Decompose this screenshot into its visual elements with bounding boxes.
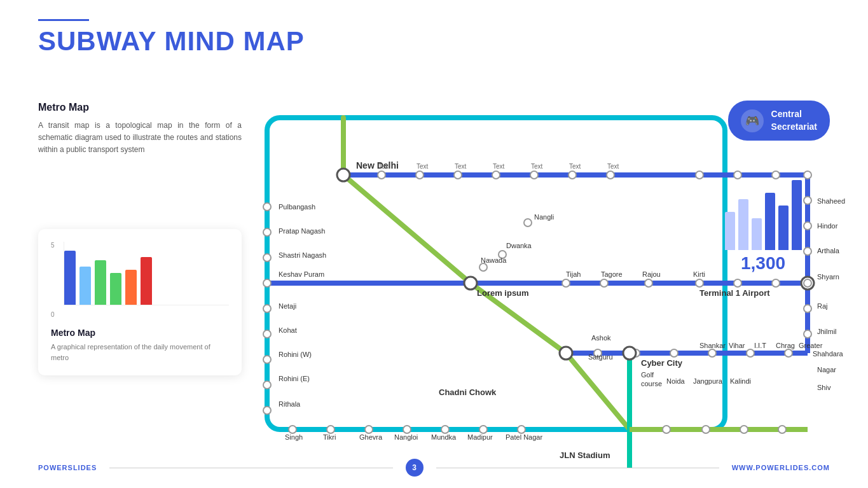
svg-text:Noida: Noida: [666, 377, 685, 385]
stats-number: 1,300: [741, 253, 785, 274]
svg-text:Jhilmil: Jhilmil: [817, 328, 837, 335]
svg-text:Lorem ipsum: Lorem ipsum: [477, 288, 529, 298]
footer: POWERSLIDES 3 WWW.POWERLIDES.COM: [0, 459, 868, 477]
bar-2: [79, 267, 91, 305]
station-new-delhi: [337, 169, 350, 181]
svg-text:Nangli: Nangli: [534, 213, 554, 221]
svg-point-7: [378, 171, 385, 179]
svg-point-42: [403, 426, 411, 433]
stat-bar-4: [765, 193, 775, 250]
svg-point-34: [263, 305, 271, 312]
svg-point-52: [524, 219, 532, 227]
svg-text:Patel Nagar: Patel Nagar: [506, 433, 542, 441]
svg-text:Golf: Golf: [641, 371, 654, 379]
svg-point-54: [479, 263, 487, 271]
central-secretariat-badge: 🎮 Central Secretariat: [728, 101, 830, 141]
metro-map-svg: Pulbangash Pratap Nagash Shastri Nagash …: [254, 99, 865, 468]
svg-text:Rithala: Rithala: [279, 400, 301, 408]
stat-bar-3: [752, 218, 762, 250]
svg-point-39: [289, 426, 296, 433]
svg-point-27: [708, 349, 716, 357]
svg-point-9: [454, 171, 462, 179]
svg-point-18: [562, 279, 570, 287]
stat-bar-5: [778, 206, 789, 250]
svg-text:Cyber City: Cyber City: [641, 358, 683, 368]
svg-point-26: [670, 349, 678, 357]
header: SUBWAY MIND MAP: [38, 19, 305, 57]
svg-point-51: [804, 330, 811, 338]
svg-point-40: [327, 426, 334, 433]
svg-point-29: [785, 349, 792, 357]
stat-bar-1: [725, 212, 735, 250]
stats-bars: [725, 180, 802, 250]
footer-page-number: 3: [406, 459, 424, 477]
svg-point-115: [778, 426, 786, 433]
svg-point-13: [607, 171, 614, 179]
svg-text:Madipur: Madipur: [467, 433, 493, 441]
svg-text:Netaji: Netaji: [279, 302, 296, 310]
svg-text:Vihar: Vihar: [729, 342, 745, 349]
footer-brand: POWERSLIDES: [38, 464, 97, 471]
svg-text:Text: Text: [417, 163, 429, 170]
svg-text:I.I.T: I.I.T: [754, 342, 766, 349]
footer-line-right: [436, 468, 719, 468]
svg-text:Ghevra: Ghevra: [359, 433, 383, 441]
station-lorem-ipsum: [464, 277, 477, 289]
svg-point-28: [747, 349, 754, 357]
svg-text:Shankar: Shankar: [699, 342, 726, 349]
svg-text:Singh: Singh: [285, 433, 303, 441]
svg-text:Satguru: Satguru: [588, 353, 613, 361]
svg-point-44: [479, 426, 487, 433]
footer-url: WWW.POWERLIDES.COM: [732, 464, 830, 471]
svg-text:Dwanka: Dwanka: [506, 242, 532, 249]
svg-point-50: [804, 305, 811, 312]
svg-point-38: [263, 407, 271, 414]
section-title: Metro Map: [38, 102, 242, 113]
svg-text:Raj: Raj: [817, 302, 828, 310]
svg-point-22: [734, 279, 741, 287]
bar-5: [125, 270, 137, 305]
svg-text:Shiv: Shiv: [817, 384, 831, 391]
svg-point-19: [600, 279, 608, 287]
chart-bars: [64, 242, 229, 305]
page-title: SUBWAY MIND MAP: [38, 26, 305, 57]
svg-text:Mundka: Mundka: [431, 433, 457, 441]
svg-point-36: [263, 356, 271, 363]
central-text: Central Secretariat: [771, 108, 817, 133]
svg-text:Tagore: Tagore: [601, 270, 623, 278]
stat-bar-6: [792, 180, 802, 250]
chart-y-label-0: 0: [51, 311, 55, 318]
svg-point-49: [804, 279, 811, 287]
svg-text:Rohini (W): Rohini (W): [279, 351, 312, 358]
svg-text:Text: Text: [531, 163, 543, 170]
footer-line-left: [109, 468, 392, 468]
title-blue: MAP: [243, 26, 304, 56]
svg-text:New Delhi: New Delhi: [356, 160, 399, 171]
gamepad-icon: 🎮: [741, 109, 764, 132]
title-black: SUBWAY MIND: [38, 26, 243, 56]
svg-text:Pulbangash: Pulbangash: [279, 203, 315, 211]
svg-point-11: [530, 171, 538, 179]
svg-point-33: [263, 279, 271, 287]
chart-card-title: Metro Map: [51, 328, 229, 338]
svg-point-31: [263, 228, 271, 236]
svg-text:Rajou: Rajou: [642, 270, 661, 278]
svg-text:Kohat: Kohat: [279, 326, 297, 334]
svg-text:Shahdara: Shahdara: [813, 350, 844, 358]
svg-point-10: [492, 171, 500, 179]
svg-point-8: [416, 171, 424, 179]
svg-text:Pratap Nagash: Pratap Nagash: [279, 227, 325, 235]
svg-text:Jangpura: Jangpura: [693, 377, 723, 385]
svg-text:Ashok: Ashok: [591, 334, 611, 342]
station-jln: [560, 347, 572, 359]
svg-text:Shyarn: Shyarn: [817, 273, 839, 281]
svg-point-43: [441, 426, 449, 433]
svg-text:Nangloi: Nangloi: [394, 433, 418, 441]
svg-point-41: [365, 426, 373, 433]
svg-text:Tijah: Tijah: [566, 270, 581, 278]
svg-text:Chrag: Chrag: [776, 342, 795, 349]
svg-text:Text: Text: [607, 163, 619, 170]
svg-text:Text: Text: [493, 163, 505, 170]
svg-text:Greater: Greater: [799, 342, 823, 349]
svg-point-114: [740, 426, 748, 433]
